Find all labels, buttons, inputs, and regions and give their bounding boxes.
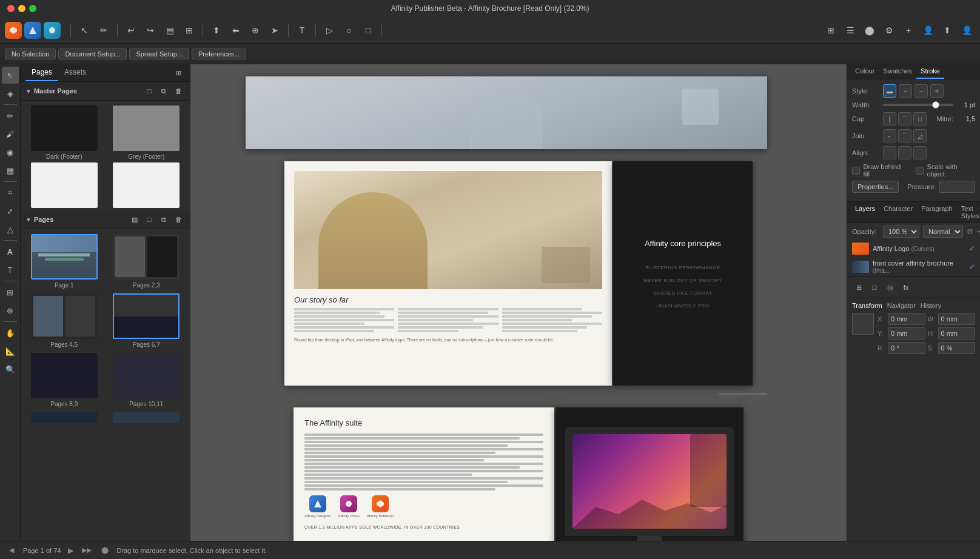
top-page-canvas[interactable] <box>246 76 767 149</box>
pages-1415-thumb[interactable]: Pages 14,15 <box>108 412 186 423</box>
align-center-btn[interactable] <box>898 146 911 159</box>
r-input[interactable] <box>888 342 925 354</box>
anchor-left-icon[interactable]: ⬅ <box>227 22 244 39</box>
text-frame-tool[interactable]: T <box>2 261 19 278</box>
settings-icon[interactable]: ⚙ <box>881 22 898 39</box>
pages-89-thumb[interactable]: Pages 8,9 <box>25 353 103 407</box>
layers-tab[interactable]: Layers <box>851 202 879 223</box>
add-icon[interactable]: + <box>900 22 917 39</box>
bottom-right-canvas[interactable] <box>555 407 743 541</box>
master-duplicate-icon[interactable]: ⧉ <box>157 84 170 98</box>
grid-view-icon[interactable]: ⊞ <box>822 22 839 39</box>
master-dark-thumb[interactable]: Dark (Footer) <box>25 105 103 160</box>
minimize-button[interactable] <box>18 5 25 12</box>
move-tool-icon[interactable]: ↖ <box>76 22 93 39</box>
undo-icon[interactable]: ↩ <box>122 22 139 39</box>
character-tab[interactable]: Character <box>879 202 917 223</box>
y-input[interactable] <box>888 327 925 340</box>
measure-tool[interactable]: 📐 <box>2 343 19 360</box>
person-icon[interactable]: 👤 <box>958 22 975 39</box>
cap-butt-btn[interactable]: | <box>883 112 896 126</box>
panel-layers-icon[interactable]: ⊞ <box>852 281 865 294</box>
history-tab[interactable]: History <box>921 302 941 309</box>
publisher-app-icon[interactable] <box>5 22 22 39</box>
document-setup-btn[interactable]: Document Setup... <box>58 49 127 59</box>
x-input[interactable] <box>888 313 925 325</box>
node-tool[interactable]: ◈ <box>2 85 19 102</box>
cap-square-btn[interactable]: □ <box>913 112 927 126</box>
rect-icon[interactable]: □ <box>360 22 377 39</box>
pen-tool[interactable]: ✏ <box>2 107 19 124</box>
stroke-custom-btn[interactable]: ≈ <box>930 84 944 98</box>
next-page-icon[interactable]: ▶▶ <box>80 544 93 557</box>
join-miter-btn[interactable]: ⌐ <box>883 129 896 142</box>
pages-add-icon[interactable]: □ <box>143 213 156 226</box>
spread-setup-btn[interactable]: Spread Setup... <box>129 49 189 59</box>
photo-app-icon[interactable] <box>44 22 61 39</box>
play-button[interactable]: ▶ <box>65 546 75 555</box>
gradient-tool[interactable]: ▦ <box>2 162 19 179</box>
hand-tool[interactable]: ✋ <box>2 324 19 341</box>
pages-toggle[interactable]: ▼ <box>25 216 32 223</box>
selection-tool[interactable]: ↖ <box>2 67 19 84</box>
blend-mode-select[interactable]: Normal <box>923 226 963 238</box>
pages-del-icon[interactable]: 🗑 <box>172 213 185 226</box>
maximize-button[interactable] <box>29 5 36 12</box>
master-delete-icon[interactable]: 🗑 <box>172 84 185 98</box>
stroke-dotted-btn[interactable]: ┄ <box>915 84 928 98</box>
panel-color-icon[interactable]: ◎ <box>884 281 897 294</box>
profile-icon[interactable]: 👤 <box>919 22 936 39</box>
color-icon[interactable]: ⬤ <box>861 22 878 39</box>
colour-tab[interactable]: Colour <box>851 64 879 79</box>
no-selection-btn[interactable]: No Selection <box>5 49 56 59</box>
text-icon[interactable]: T <box>294 22 310 39</box>
distribute-icon[interactable]: ⊞ <box>181 22 198 39</box>
affinity-logo-layer[interactable]: Affinity Logo (Curves) ✓ <box>847 240 980 257</box>
h-input[interactable] <box>938 327 976 340</box>
layer-gear-icon[interactable]: ⚙ <box>967 227 973 236</box>
eyedropper-tool[interactable]: 🔍 <box>2 361 19 378</box>
panel-object-icon[interactable]: □ <box>868 281 881 294</box>
pen-tool-icon[interactable]: ✏ <box>95 22 112 39</box>
anchor-right-icon[interactable]: ➤ <box>266 22 283 39</box>
master-grey-thumb[interactable]: Grey (Footer) <box>108 105 186 160</box>
anchor-up-icon[interactable]: ⬆ <box>208 22 225 39</box>
pages-1011-thumb[interactable]: Pages 10,11 <box>108 353 186 407</box>
list-view-icon[interactable]: ☰ <box>842 22 859 39</box>
stroke-tab[interactable]: Stroke <box>916 64 944 79</box>
right-page-canvas[interactable]: Affinity core principles BLISTERING PERF… <box>613 161 753 386</box>
designer-app-icon[interactable] <box>24 22 41 39</box>
pages-23-thumb[interactable]: Pages 2,3 <box>108 234 186 289</box>
fill-tool[interactable]: ◉ <box>2 144 19 161</box>
layer-add-icon[interactable]: + <box>977 227 980 236</box>
page-1-thumb[interactable]: Page 1 <box>25 234 103 289</box>
join-round-btn[interactable]: ⌒ <box>898 129 911 142</box>
stroke-dashed-btn[interactable]: ╌ <box>899 84 912 98</box>
canvas-area[interactable]: Our story so far <box>190 64 847 541</box>
align-left-icon[interactable]: ▤ <box>161 22 178 39</box>
front-cover-layer[interactable]: front cover affinity brochure (Ima... ✓ <box>847 257 980 276</box>
align-outside-btn[interactable] <box>913 146 927 159</box>
share-icon[interactable]: ⬆ <box>939 22 956 39</box>
pages-1213-thumb[interactable]: Pages 12,13 <box>25 412 103 423</box>
opacity-select[interactable]: 100 % <box>883 226 919 238</box>
join-bevel-btn[interactable]: ◿ <box>913 129 927 142</box>
properties-button[interactable]: Properties... <box>852 181 899 193</box>
pages-67-thumb[interactable]: Pages 6,7 <box>108 293 186 348</box>
bottom-left-canvas[interactable]: The Affinity suite <box>294 407 554 541</box>
redo-icon[interactable]: ↪ <box>142 22 159 39</box>
anchor-center-icon[interactable]: ⊕ <box>247 22 264 39</box>
assets-tab[interactable]: Assets <box>58 64 92 81</box>
pages-tab[interactable]: Pages <box>25 64 58 81</box>
master-blank-2[interactable] <box>108 162 186 208</box>
w-input[interactable] <box>938 313 976 325</box>
cap-round-btn[interactable]: ⌒ <box>898 112 911 126</box>
text-styles-tab[interactable]: Text Styles <box>957 202 980 223</box>
crop-tool[interactable]: ⌗ <box>2 184 19 201</box>
cursor-icon[interactable]: ▷ <box>321 22 338 39</box>
paragraph-tab[interactable]: Paragraph <box>917 202 956 223</box>
draw-behind-checkbox[interactable] <box>852 167 860 175</box>
preferences-btn[interactable]: Preferences... <box>192 49 246 59</box>
record-icon[interactable]: ⬤ <box>98 544 112 557</box>
oval-icon[interactable]: ○ <box>340 22 357 39</box>
